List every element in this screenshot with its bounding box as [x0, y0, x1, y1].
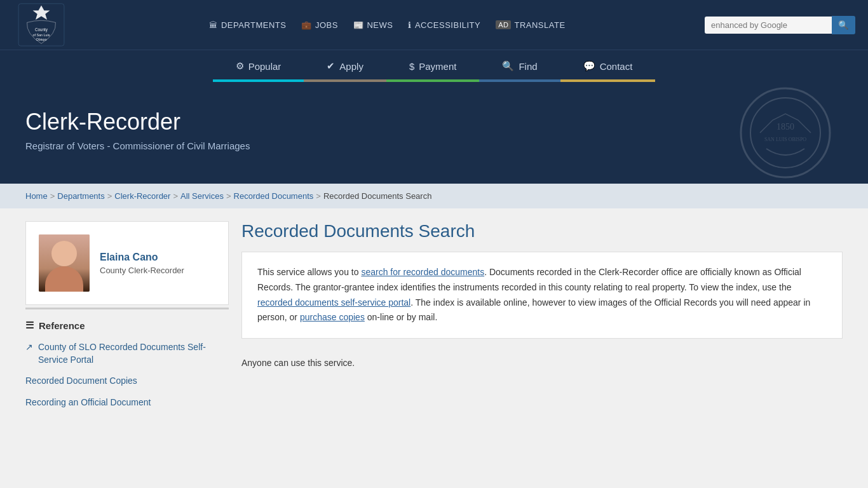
chat-icon: 💬	[583, 60, 595, 72]
svg-text:SAN LUIS OBISPO: SAN LUIS OBISPO	[764, 137, 806, 142]
breadcrumb-sep-5: >	[316, 191, 321, 201]
translate-icon: AD	[496, 20, 511, 29]
building-icon: 🏛	[209, 20, 218, 30]
staff-photo	[39, 234, 90, 292]
self-service-portal-link[interactable]: recorded documents self-service portal	[257, 297, 410, 308]
info-box: This service allows you to search for re…	[241, 252, 843, 339]
breadcrumb: Home > Departments > Clerk-Recorder > Al…	[0, 184, 868, 208]
breadcrumb-clerk-recorder[interactable]: Clerk-Recorder	[114, 191, 170, 201]
svg-point-4	[741, 88, 830, 177]
newspaper-icon: 📰	[353, 20, 364, 30]
breadcrumb-sep-4: >	[226, 191, 231, 201]
news-link[interactable]: 📰 NEWS	[353, 20, 393, 30]
external-link-icon: ↗	[25, 341, 33, 354]
breadcrumb-sep-3: >	[173, 191, 178, 201]
page-title: Recorded Documents Search	[241, 221, 843, 241]
breadcrumb-sep-2: >	[107, 191, 112, 201]
top-links: 🏛 DEPARTMENTS 💼 JOBS 📰 NEWS ℹ ACCESSIBIL…	[70, 20, 705, 30]
sidebar-link-copies[interactable]: Recorded Document Copies	[25, 375, 229, 388]
sidebar-link-recording[interactable]: Recording an Official Document	[25, 396, 229, 409]
departments-link[interactable]: 🏛 DEPARTMENTS	[209, 20, 286, 30]
accessibility-link[interactable]: ℹ ACCESSIBILITY	[408, 20, 480, 30]
briefcase-icon: 💼	[301, 20, 312, 30]
svg-point-5	[750, 98, 820, 168]
popular-nav-item[interactable]: ⚙ Popular	[213, 50, 304, 82]
svg-text:County: County	[35, 27, 48, 32]
info-intro: This service allows you to	[257, 267, 361, 277]
breadcrumb-all-services[interactable]: All Services	[180, 191, 224, 201]
find-search-icon: 🔍	[502, 60, 514, 72]
info-body3: on-line or by mail.	[365, 312, 437, 322]
breadcrumb-current: Recorded Documents Search	[323, 191, 432, 201]
contact-nav-item[interactable]: 💬 Contact	[560, 50, 656, 82]
find-nav-item[interactable]: 🔍 Find	[479, 50, 560, 82]
sidebar-divider	[25, 308, 229, 309]
county-seal: 1850 SAN LUIS OBISPO	[728, 85, 843, 180]
search-icon: 🔍	[838, 20, 849, 30]
breadcrumb-departments[interactable]: Departments	[57, 191, 104, 201]
anyone-text: Anyone can use this service.	[241, 351, 843, 374]
apply-nav-item[interactable]: ✔ Apply	[304, 50, 386, 82]
jobs-link[interactable]: 💼 JOBS	[301, 20, 337, 30]
checkmark-icon: ✔	[327, 60, 335, 72]
search-input[interactable]	[705, 17, 832, 34]
gear-icon: ⚙	[236, 60, 244, 72]
bookmark-icon: ☰	[25, 320, 34, 331]
translate-link[interactable]: AD TRANSLATE	[496, 20, 565, 30]
staff-title: County Clerk-Recorder	[100, 266, 184, 275]
breadcrumb-recorded-documents[interactable]: Recorded Documents	[234, 191, 314, 201]
content-area: Elaina Cano County Clerk-Recorder ☰ Refe…	[0, 208, 868, 463]
main-content: Recorded Documents Search This service a…	[241, 221, 843, 450]
breadcrumb-sep-1: >	[50, 191, 55, 201]
search-button[interactable]: 🔍	[832, 16, 855, 34]
staff-info: Elaina Cano County Clerk-Recorder	[100, 252, 184, 275]
svg-text:of San Luis: of San Luis	[33, 33, 50, 37]
sidebar: Elaina Cano County Clerk-Recorder ☰ Refe…	[25, 221, 229, 450]
payment-nav-item[interactable]: $ Payment	[386, 50, 480, 82]
hero-subtitle: Registrar of Voters - Commissioner of Ci…	[25, 140, 843, 151]
staff-name: Elaina Cano	[100, 252, 184, 263]
search-area: 🔍	[705, 16, 855, 34]
hero-banner: Clerk-Recorder Registrar of Voters - Com…	[0, 82, 868, 184]
breadcrumb-home[interactable]: Home	[25, 191, 48, 201]
sidebar-reference-heading: ☰ Reference	[25, 320, 229, 331]
sidebar-link-self-service[interactable]: ↗ County of SLO Recorded Documents Self-…	[25, 341, 229, 366]
staff-card: Elaina Cano County Clerk-Recorder	[25, 221, 229, 305]
svg-text:1850: 1850	[776, 122, 794, 132]
main-navigation: ⚙ Popular ✔ Apply $ Payment 🔍 Find 💬 Con…	[0, 50, 868, 82]
svg-text:Obispo: Obispo	[36, 37, 46, 41]
info-icon: ℹ	[408, 20, 412, 30]
dollar-icon: $	[409, 61, 414, 72]
purchase-copies-link[interactable]: purchase copies	[300, 312, 365, 322]
logo-area[interactable]: County of San Luis Obispo	[13, 3, 70, 47]
search-link[interactable]: search for recorded documents	[361, 267, 484, 277]
hero-title: Clerk-Recorder	[25, 109, 843, 135]
top-navigation: County of San Luis Obispo 🏛 DEPARTMENTS …	[0, 0, 868, 50]
